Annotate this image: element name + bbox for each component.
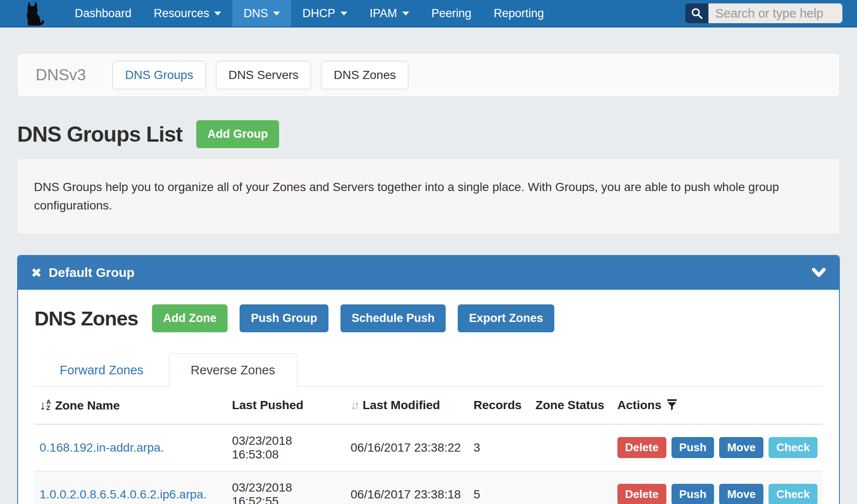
global-search — [685, 3, 842, 23]
nav-label: Resources — [154, 7, 209, 20]
zone-status-cell — [530, 424, 612, 471]
caret-down-icon — [214, 12, 221, 15]
last-pushed-cell: 03/23/2018 16:52:55 — [227, 471, 345, 504]
last-modified-cell: 06/16/2017 23:38:22 — [346, 424, 468, 471]
zones-tabs: Forward Zones Reverse Zones — [34, 353, 823, 387]
nav-label: DNS — [243, 7, 268, 20]
zone-link[interactable]: 0.168.192.in-addr.arpa. — [40, 441, 164, 454]
sort-icon[interactable]: ↓↑ — [351, 398, 358, 412]
schedule-push-button[interactable]: Schedule Push — [340, 304, 446, 332]
push-group-button[interactable]: Push Group — [240, 304, 328, 332]
dns-subnav: DNSv3 DNS Groups DNS Servers DNS Zones — [17, 53, 840, 97]
check-button[interactable]: Check — [769, 484, 817, 504]
nav-item-reporting[interactable]: Reporting — [483, 0, 555, 27]
header-label: Last Modified — [363, 398, 440, 412]
row-actions: Delete Push Move Check — [617, 437, 817, 458]
zone-row: 1.0.0.2.0.8.6.5.4.0.6.2.ip6.arpa. 03/23/… — [34, 471, 823, 504]
search-icon — [690, 7, 703, 20]
nav-label: Reporting — [494, 7, 544, 20]
nav-label: IPAM — [370, 7, 397, 20]
zones-table: ↓AZZone Name Last Pushed ↓↑Last Modified… — [34, 387, 823, 504]
push-button[interactable]: Push — [672, 484, 714, 504]
nav-label: Peering — [432, 7, 471, 20]
zone-status-cell — [530, 471, 612, 504]
last-pushed-cell: 03/23/2018 16:53:08 — [227, 424, 345, 471]
header-label: Zone Status — [535, 398, 604, 412]
remove-group-icon[interactable]: ✖ — [31, 265, 42, 280]
header-zone-name[interactable]: ↓AZZone Name — [34, 387, 227, 424]
tab-forward-zones[interactable]: Forward Zones — [40, 353, 163, 387]
zone-row: 0.168.192.in-addr.arpa. 03/23/2018 16:53… — [34, 424, 823, 471]
push-button[interactable]: Push — [672, 437, 714, 458]
top-navbar: Dashboard Resources DNS DHCP IPAM Peerin… — [0, 0, 857, 27]
group-title: Default Group — [49, 265, 134, 280]
header-last-pushed[interactable]: Last Pushed — [227, 387, 345, 424]
zones-heading: DNS Zones — [34, 307, 138, 330]
delete-button[interactable]: Delete — [617, 437, 666, 458]
dns-groups-button[interactable]: DNS Groups — [112, 61, 206, 89]
nav-item-dns[interactable]: DNS — [232, 0, 291, 27]
title-row: DNS Groups List Add Group — [17, 120, 840, 148]
delete-button[interactable]: Delete — [617, 484, 666, 504]
nav-item-ipam[interactable]: IPAM — [359, 0, 420, 27]
nav-label: Dashboard — [75, 7, 131, 20]
dns-version-label: DNSv3 — [36, 66, 86, 84]
zone-link[interactable]: 1.0.0.2.0.8.6.5.4.0.6.2.ip6.arpa. — [40, 488, 207, 501]
row-actions: Delete Push Move Check — [617, 484, 817, 504]
header-actions: Actions — [612, 387, 823, 424]
move-button[interactable]: Move — [719, 484, 763, 504]
filter-icon[interactable] — [667, 399, 677, 410]
groups-description: DNS Groups help you to organize all of y… — [17, 158, 840, 234]
last-modified-cell: 06/16/2017 23:38:18 — [346, 471, 468, 504]
header-label: Records — [474, 398, 522, 412]
header-label: Zone Name — [55, 399, 120, 412]
search-button[interactable] — [685, 3, 708, 23]
sort-alpha-icon[interactable]: ↓AZ — [40, 398, 51, 413]
header-zone-status[interactable]: Zone Status — [530, 387, 612, 424]
nav-item-dhcp[interactable]: DHCP — [291, 0, 359, 27]
caret-down-icon — [340, 12, 347, 15]
collapse-chevron-icon[interactable] — [811, 267, 826, 278]
records-cell: 5 — [468, 471, 530, 504]
nav-item-peering[interactable]: Peering — [420, 0, 483, 27]
export-zones-button[interactable]: Export Zones — [458, 304, 554, 332]
add-group-button[interactable]: Add Group — [196, 120, 279, 148]
header-label: Last Pushed — [232, 398, 303, 412]
main-menu: Dashboard Resources DNS DHCP IPAM Peerin… — [64, 0, 555, 27]
header-label: Actions — [617, 398, 662, 412]
tab-reverse-zones[interactable]: Reverse Zones — [169, 353, 297, 387]
records-cell: 3 — [468, 424, 530, 471]
group-panel-body: DNS Zones Add Zone Push Group Schedule P… — [18, 290, 839, 504]
cat-logo-icon[interactable] — [15, 0, 52, 26]
caret-down-icon — [402, 12, 409, 15]
search-input[interactable] — [708, 3, 842, 23]
nav-label: DHCP — [302, 7, 335, 20]
default-group-panel: ✖ Default Group DNS Zones Add Zone Push … — [17, 255, 840, 504]
caret-down-icon — [273, 12, 280, 15]
nav-item-resources[interactable]: Resources — [143, 0, 232, 27]
nav-item-dashboard[interactable]: Dashboard — [64, 0, 143, 27]
add-zone-button[interactable]: Add Zone — [152, 304, 228, 332]
check-button[interactable]: Check — [769, 437, 817, 458]
zones-toolbar: DNS Zones Add Zone Push Group Schedule P… — [34, 304, 823, 332]
group-panel-header[interactable]: ✖ Default Group — [18, 256, 839, 290]
header-records[interactable]: Records — [468, 387, 530, 424]
move-button[interactable]: Move — [719, 437, 763, 458]
page-title: DNS Groups List — [17, 122, 182, 147]
dns-zones-button[interactable]: DNS Zones — [321, 61, 408, 89]
dns-servers-button[interactable]: DNS Servers — [216, 61, 311, 89]
header-last-modified[interactable]: ↓↑Last Modified — [346, 387, 468, 424]
table-header-row: ↓AZZone Name Last Pushed ↓↑Last Modified… — [34, 387, 823, 424]
